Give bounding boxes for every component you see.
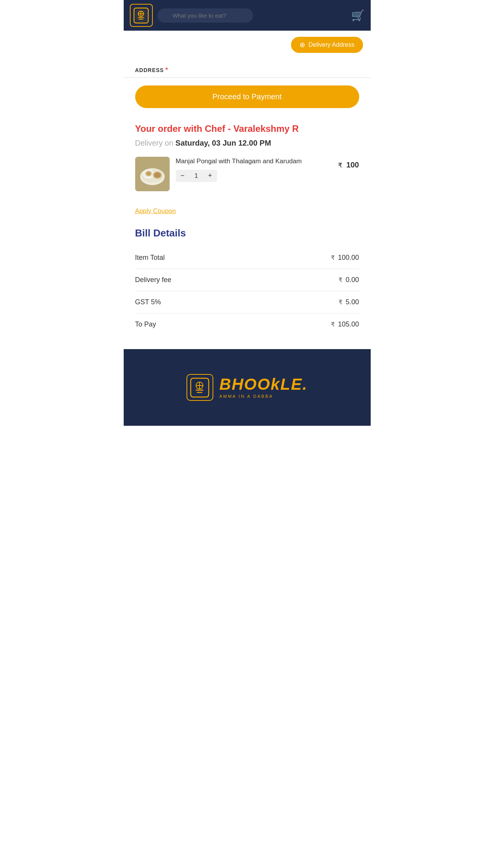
delivery-address-label: Delivery Address xyxy=(308,41,354,48)
bill-section: Bill Details Item Total ₹ 100.00 Deliver… xyxy=(124,221,371,341)
bill-row-delivery-fee: Delivery fee ₹ 0.00 xyxy=(135,269,359,291)
svg-point-14 xyxy=(154,172,161,178)
rupee-icon-1: ₹ xyxy=(331,254,335,261)
food-image-placeholder xyxy=(135,157,170,191)
quantity-control: − 1 + xyxy=(176,170,217,182)
quantity-increase-button[interactable]: + xyxy=(203,170,217,182)
footer-tagline: AMMA IN A DABBA xyxy=(219,394,273,399)
bill-label-delivery-fee: Delivery fee xyxy=(135,276,172,284)
search-input[interactable] xyxy=(157,8,253,23)
cart-icon[interactable]: 🛒 xyxy=(351,9,365,22)
footer-logo-box xyxy=(186,374,213,401)
address-section: ADDRESS * xyxy=(124,59,371,78)
rupee-icon-4: ₹ xyxy=(331,321,335,328)
rupee-icon-2: ₹ xyxy=(339,276,342,284)
food-image xyxy=(135,157,170,191)
item-details: Manjal Pongal with Thalagam and Karudam … xyxy=(176,157,332,182)
logo xyxy=(130,4,153,27)
logo-icon xyxy=(132,7,150,24)
bill-amount-item-total: ₹ 100.00 xyxy=(331,254,359,262)
bill-amount-gst: ₹ 5.00 xyxy=(339,298,359,306)
app-footer: BHOOkLE. AMMA IN A DABBA xyxy=(124,349,371,426)
proceed-to-payment-button[interactable]: Proceed to Payment xyxy=(135,85,359,108)
footer-brand: BHOOkLE. AMMA IN A DABBA xyxy=(219,376,308,399)
item-name: Manjal Pongal with Thalagam and Karudam xyxy=(176,157,332,166)
svg-point-12 xyxy=(146,171,151,176)
bill-row-total: To Pay ₹ 105.00 xyxy=(135,313,359,335)
currency-symbol: ₹ xyxy=(338,162,342,169)
apply-coupon-button[interactable]: Apply Coupon xyxy=(135,207,176,215)
required-indicator: * xyxy=(165,67,168,74)
footer-logo-icon xyxy=(189,377,210,398)
item-price: ₹ 100 xyxy=(338,157,359,169)
plus-circle-icon: ⊕ xyxy=(299,41,305,49)
footer-brand-name: BHOOkLE. xyxy=(219,376,308,392)
proceed-section: Proceed to Payment xyxy=(124,78,371,116)
gst-value: 5.00 xyxy=(345,298,359,306)
order-item: Manjal Pongal with Thalagam and Karudam … xyxy=(135,157,359,191)
order-info: Your order with Chef - Varalekshmy R Del… xyxy=(124,116,371,201)
footer-logo: BHOOkLE. AMMA IN A DABBA xyxy=(186,374,308,401)
price-value: 100 xyxy=(346,161,359,169)
chef-name: Your order with Chef - Varalekshmy R xyxy=(135,123,359,134)
delivery-fee-value: 0.00 xyxy=(345,276,359,284)
coupon-section: Apply Coupon xyxy=(124,201,371,221)
delivery-address-button[interactable]: ⊕ Delivery Address xyxy=(291,37,363,53)
search-wrapper: 🔍 xyxy=(157,8,347,23)
to-pay-value: 105.00 xyxy=(338,320,359,328)
rupee-icon-3: ₹ xyxy=(339,299,342,306)
quantity-decrease-button[interactable]: − xyxy=(176,170,190,182)
bill-details-title: Bill Details xyxy=(135,227,359,239)
bill-row-gst: GST 5% ₹ 5.00 xyxy=(135,291,359,313)
quantity-value: 1 xyxy=(190,172,203,179)
address-label: ADDRESS * xyxy=(135,67,359,74)
item-total-value: 100.00 xyxy=(338,254,359,262)
bill-label-item-total: Item Total xyxy=(135,254,165,262)
bill-label-to-pay: To Pay xyxy=(135,320,156,328)
delivery-date: Delivery on Saturday, 03 Jun 12.00 PM xyxy=(135,139,359,148)
bill-amount-to-pay: ₹ 105.00 xyxy=(331,320,359,328)
app-header: 🔍 🛒 xyxy=(124,0,371,31)
bill-row-item-total: Item Total ₹ 100.00 xyxy=(135,247,359,269)
bill-amount-delivery-fee: ₹ 0.00 xyxy=(339,276,359,284)
bill-label-gst: GST 5% xyxy=(135,298,161,306)
food-image-svg xyxy=(135,157,170,191)
delivery-address-section: ⊕ Delivery Address xyxy=(124,31,371,59)
